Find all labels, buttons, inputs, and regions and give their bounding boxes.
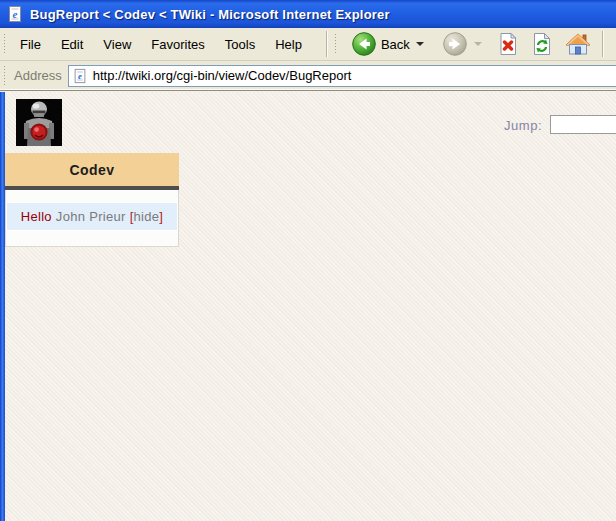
forward-dropdown-caret: [474, 42, 482, 46]
stop-icon: [496, 31, 520, 57]
search-separator: [602, 31, 604, 57]
search-button[interactable]: Search: [611, 30, 616, 58]
forward-button[interactable]: [438, 29, 486, 59]
menu-help[interactable]: Help: [265, 32, 312, 57]
ie-logo-icon: e: [6, 5, 24, 23]
greeting-user-link[interactable]: John Prieur: [56, 209, 126, 224]
sidebar-spacer-row: [6, 190, 178, 202]
toolbar-separator: [326, 31, 328, 57]
window-title: BugReport < Codev < TWiki - Microsoft In…: [30, 7, 390, 22]
jump-input[interactable]: [550, 115, 616, 134]
menu-view[interactable]: View: [93, 32, 141, 57]
menu-edit[interactable]: Edit: [51, 32, 93, 57]
twiki-robot-logo[interactable]: [16, 99, 62, 146]
svg-text:e: e: [13, 8, 18, 20]
toolbar-grip-handle[interactable]: [334, 33, 337, 55]
menu-toolbar-row: File Edit View Favorites Tools Help Back: [0, 28, 616, 61]
sidebar-greeting-row: Hello John Prieur [ hide ]: [7, 203, 177, 230]
menu-tools[interactable]: Tools: [215, 32, 265, 57]
back-dropdown-caret[interactable]: [416, 42, 424, 46]
address-bar: Address e http://twiki.org/cgi-bin/view/…: [0, 61, 616, 91]
back-label: Back: [381, 37, 410, 52]
back-button[interactable]: Back: [347, 29, 428, 59]
address-grip-handle[interactable]: [3, 65, 6, 87]
menu-favorites[interactable]: Favorites: [141, 32, 214, 57]
title-bar[interactable]: e BugReport < Codev < TWiki - Microsoft …: [0, 0, 616, 28]
page-content: Jump: Codev Hello John Prieur [ hide ]: [0, 92, 616, 521]
menu-grip-handle[interactable]: [3, 33, 6, 55]
stop-button[interactable]: [496, 31, 520, 57]
svg-text:e: e: [78, 70, 82, 80]
address-url[interactable]: http://twiki.org/cgi-bin/view/Codev/BugR…: [93, 68, 352, 83]
sidebar-spacer-row: [6, 231, 178, 246]
forward-icon: [442, 31, 468, 57]
greeting-hello: Hello: [21, 209, 52, 224]
jump-label: Jump:: [504, 118, 542, 133]
greeting-hide-link[interactable]: hide: [134, 209, 160, 224]
browser-window: e BugReport < Codev < TWiki - Microsoft …: [0, 0, 616, 521]
page-ie-icon: e: [72, 68, 88, 84]
address-input[interactable]: e http://twiki.org/cgi-bin/view/Codev/Bu…: [68, 65, 616, 87]
refresh-button[interactable]: [530, 31, 554, 57]
refresh-icon: [530, 31, 554, 57]
sidebar-body: Hello John Prieur [ hide ]: [5, 190, 179, 247]
back-icon: [351, 31, 377, 57]
address-label: Address: [14, 68, 62, 83]
menu-file[interactable]: File: [10, 32, 51, 57]
home-icon: [564, 31, 592, 57]
sidebar: Codev Hello John Prieur [ hide ]: [5, 153, 179, 247]
sidebar-web-title[interactable]: Codev: [5, 153, 179, 186]
home-button[interactable]: [564, 31, 592, 57]
greeting-bracket-close: ]: [159, 209, 163, 224]
